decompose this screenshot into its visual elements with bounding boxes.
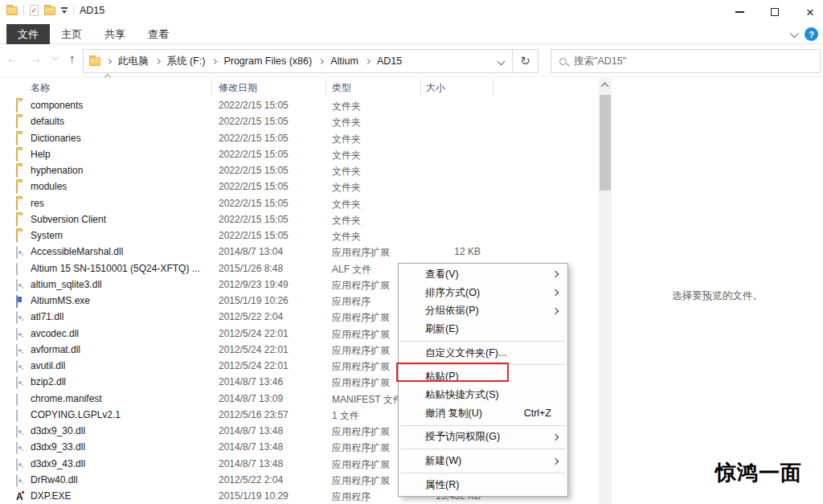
dll-file-icon xyxy=(16,376,18,389)
navigation-toolbar: ← → ↑ 此电脑系统 (F:)Program Files (x86)Altiu… xyxy=(0,45,823,77)
forward-icon[interactable]: → xyxy=(30,51,42,65)
file-date: 2012/9/23 19:49 xyxy=(219,279,289,290)
quick-access-toolbar: ✓ AD15 xyxy=(6,5,104,16)
file-row[interactable]: hyphenation 2022/2/15 15:05 文件夹 xyxy=(0,162,599,178)
column-divider[interactable] xyxy=(211,79,212,96)
column-header-size[interactable]: 大小 xyxy=(426,81,445,95)
breadcrumb-chevron-icon[interactable] xyxy=(318,58,324,64)
file-date: 2014/8/7 13:09 xyxy=(219,393,283,404)
file-row[interactable]: Dictionaries 2022/2/15 15:05 文件夹 xyxy=(0,130,599,146)
menu-item-label: 排序方式(O) xyxy=(425,286,480,300)
breadcrumb-chevron-icon[interactable] xyxy=(154,58,160,64)
context-menu-item[interactable]: 排序方式(O) xyxy=(399,284,567,302)
file-row[interactable]: Help 2022/2/15 15:05 文件夹 xyxy=(0,146,599,162)
context-menu-item[interactable]: 授予访问权限(G) xyxy=(399,428,567,447)
address-dropdown-icon[interactable] xyxy=(497,58,506,66)
column-header-name[interactable]: 名称 xyxy=(31,81,50,95)
search-placeholder: 搜索"AD15" xyxy=(574,55,626,68)
column-header-type[interactable]: 类型 xyxy=(332,81,351,95)
search-box[interactable]: 搜索"AD15" xyxy=(551,49,821,73)
file-date: 2022/2/15 15:05 xyxy=(219,149,289,160)
folder-icon xyxy=(16,149,18,162)
tab-file[interactable]: 文件 xyxy=(6,24,50,44)
menu-separator xyxy=(400,473,566,473)
file-date: 2015/1/19 10:29 xyxy=(219,490,289,502)
folder-icon xyxy=(16,214,18,227)
customize-quick-access-icon[interactable] xyxy=(61,7,68,14)
file-row[interactable]: components 2022/2/15 15:05 文件夹 xyxy=(0,97,599,113)
tab-share[interactable]: 共享 xyxy=(93,24,137,44)
breadcrumb-item[interactable]: AD15 xyxy=(376,54,403,68)
file-date: 2022/2/15 15:05 xyxy=(219,230,289,241)
file-date: 2012/5/22 2:04 xyxy=(219,474,283,486)
address-bar[interactable]: 此电脑系统 (F:)Program Files (x86)AltiumAD15 xyxy=(83,49,513,73)
context-menu-item[interactable]: 查看(V) xyxy=(399,265,567,284)
vertical-scrollbar[interactable] xyxy=(599,78,612,504)
file-type: 文件夹 xyxy=(332,198,361,211)
up-icon[interactable]: ↑ xyxy=(69,51,76,65)
properties-check-icon[interactable]: ✓ xyxy=(30,5,39,16)
breadcrumb-chevron-icon[interactable] xyxy=(211,58,217,64)
file-row[interactable]: res 2022/2/15 15:05 文件夹 xyxy=(0,195,599,211)
dll-file-icon xyxy=(16,311,18,324)
context-menu-item[interactable]: 分组依据(P) xyxy=(399,301,567,320)
file-date: 2022/2/15 15:05 xyxy=(219,100,289,111)
context-menu-item[interactable]: 粘贴快捷方式(S) xyxy=(399,386,567,404)
breadcrumb-chevron-icon[interactable] xyxy=(365,58,371,64)
tab-view[interactable]: 查看 xyxy=(137,24,180,44)
recent-locations-icon[interactable] xyxy=(52,54,59,60)
breadcrumb-item[interactable]: 系统 (F:) xyxy=(166,53,207,70)
dll-file-icon xyxy=(16,360,18,373)
maximize-button[interactable] xyxy=(757,0,792,24)
file-date: 2022/2/15 15:05 xyxy=(219,198,289,209)
menu-item-label: 粘贴快捷方式(S) xyxy=(425,388,499,402)
breadcrumb-chevron-icon[interactable] xyxy=(106,58,112,64)
refresh-button[interactable]: ↻ xyxy=(513,49,538,73)
file-type: 应用程序 xyxy=(332,295,371,309)
file-date: 2012/5/22 2:04 xyxy=(219,311,283,322)
context-menu-item[interactable]: 新建(W) xyxy=(399,452,567,470)
help-button[interactable]: ? xyxy=(805,27,818,41)
scrollbar-thumb[interactable] xyxy=(600,95,611,191)
breadcrumb-item[interactable]: Program Files (x86) xyxy=(223,54,313,68)
file-type: 应用程序扩展 xyxy=(332,474,390,488)
file-date: 2014/8/7 13:04 xyxy=(219,246,283,257)
file-type: 文件夹 xyxy=(332,214,361,227)
file-name: Dictionaries xyxy=(31,133,81,144)
column-divider[interactable] xyxy=(493,79,493,96)
file-name: Subversion Client xyxy=(31,214,106,225)
close-button[interactable]: × xyxy=(792,0,823,24)
file-name: hyphenation xyxy=(31,165,83,176)
column-divider[interactable] xyxy=(420,79,421,96)
menu-separator xyxy=(400,449,566,449)
file-date: 2015/1/26 8:48 xyxy=(219,263,283,274)
file-row[interactable]: defaults 2022/2/15 15:05 文件夹 xyxy=(0,113,599,129)
submenu-arrow-icon xyxy=(552,457,559,464)
file-row[interactable]: AccessibleMarshal.dll 2014/8/7 13:04 应用程… xyxy=(0,244,599,260)
minimize-button[interactable] xyxy=(722,0,757,24)
file-type: 文件夹 xyxy=(332,100,361,113)
file-name: atl71.dll xyxy=(31,311,63,322)
context-menu-item[interactable]: 自定义文件夹(F)... xyxy=(399,344,567,363)
file-row[interactable]: System 2022/2/15 15:05 文件夹 xyxy=(0,227,599,244)
file-type: 应用程序扩展 xyxy=(332,311,390,325)
breadcrumb-item[interactable]: Altium xyxy=(330,54,359,68)
column-divider[interactable] xyxy=(326,79,326,96)
breadcrumb-item[interactable]: 此电脑 xyxy=(117,53,149,70)
file-row[interactable]: Subversion Client 2022/2/15 15:05 文件夹 xyxy=(0,211,599,227)
expand-ribbon-icon[interactable] xyxy=(790,28,799,37)
context-menu-item[interactable]: 属性(R) xyxy=(399,476,567,494)
file-row[interactable]: modules 2022/2/15 15:05 文件夹 xyxy=(0,178,599,195)
window-title: AD15 xyxy=(80,5,104,16)
column-header-date[interactable]: 修改日期 xyxy=(219,81,257,95)
scroll-up-icon[interactable] xyxy=(601,83,609,91)
back-icon[interactable]: ← xyxy=(6,51,18,65)
new-folder-icon[interactable] xyxy=(44,6,55,15)
file-name: chrome.manifest xyxy=(31,393,102,404)
file-icon xyxy=(16,393,18,406)
file-name: DrRw40.dll xyxy=(31,474,78,486)
context-menu-item[interactable]: 撤消 复制(U) Ctrl+Z xyxy=(399,404,567,423)
context-menu-item[interactable]: 刷新(E) xyxy=(399,320,567,338)
tab-home[interactable]: 主页 xyxy=(50,24,93,44)
file-name: d3dx9_30.dll xyxy=(31,425,85,436)
